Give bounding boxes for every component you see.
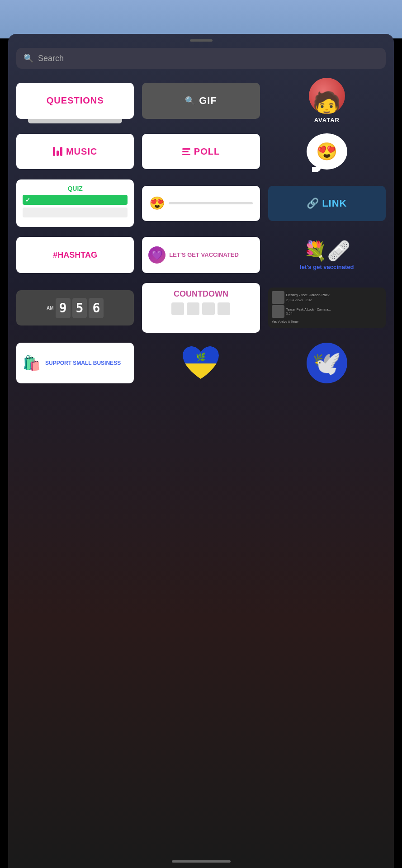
music-bars-icon	[53, 147, 62, 156]
svg-rect-0	[180, 363, 221, 383]
sticker-questions[interactable]: QUESTIONS	[16, 78, 134, 123]
link-label: LINK	[322, 198, 347, 209]
sticker-gif[interactable]: 🔍 GIF	[142, 78, 260, 123]
sticker-slider[interactable]: 😍	[142, 179, 260, 227]
sticker-time[interactable]: AM 9 5 6	[16, 283, 134, 333]
bottom-bar	[0, 854, 402, 868]
music-preview-content: Destiny - feat. Jordon Pack 2,904 views …	[272, 291, 382, 323]
time-flip-5: 5	[72, 298, 87, 318]
sticker-vaccinated-illustrated[interactable]: 💐🩹 let's get vaccinated	[268, 237, 386, 273]
sticker-music[interactable]: MUSIC	[16, 133, 134, 170]
slider-emoji: 😍	[149, 196, 165, 211]
ukraine-heart-icon: 🌿	[180, 343, 221, 383]
sticker-grid: QUESTIONS 🔍 GIF 🧑 AVATAR	[8, 78, 394, 383]
music-label: MUSIC	[66, 146, 97, 157]
sticker-ukraine-heart[interactable]: 🌿	[142, 343, 260, 383]
countdown-boxes	[171, 302, 230, 315]
sticker-poll[interactable]: POLL	[142, 133, 260, 170]
sheet-container: 🔍 Search QUESTIONS 🔍 GIF 🧑 AVATAR	[8, 34, 394, 868]
poll-label: POLL	[194, 146, 220, 157]
quiz-title: QUIZ	[23, 185, 128, 192]
sticker-countdown[interactable]: COUNTDOWN	[142, 283, 260, 333]
sticker-emoji-chat[interactable]: 😍	[268, 133, 386, 170]
vaccinated-label: LET'S GET VACCINATED	[169, 251, 239, 259]
peace-dove-icon: 🕊️	[307, 343, 347, 383]
emoji-chat-bubble: 😍	[307, 133, 347, 170]
sticker-hashtag[interactable]: #HASHTAG	[16, 237, 134, 273]
time-flip-6: 6	[89, 298, 104, 318]
gif-search-icon: 🔍	[185, 96, 195, 106]
sticker-peace-dove[interactable]: 🕊️	[268, 343, 386, 383]
avatar-label: AVATAR	[314, 117, 340, 123]
sticker-vaccinated[interactable]: 💜 LET'S GET VACCINATED	[142, 237, 260, 273]
poll-lines-icon	[182, 148, 190, 155]
gif-label: GIF	[199, 95, 217, 107]
hashtag-label: #HASHTAG	[53, 250, 97, 260]
search-input-placeholder: Search	[38, 54, 64, 63]
sticker-link[interactable]: 🔗 LINK	[268, 179, 386, 227]
search-bar[interactable]: 🔍 Search	[16, 48, 386, 69]
quiz-answer-bar-empty	[23, 208, 128, 217]
top-bar	[0, 0, 402, 38]
avatar-image: 🧑	[309, 78, 345, 114]
sticker-avatar[interactable]: 🧑 AVATAR	[268, 78, 386, 123]
shopping-bag-icon: 🛍️	[23, 354, 41, 372]
countdown-title: COUNTDOWN	[174, 289, 228, 299]
sticker-quiz[interactable]: QUIZ ✓	[16, 179, 134, 227]
sticker-music-preview[interactable]: Destiny - feat. Jordon Pack 2,904 views …	[268, 283, 386, 333]
vacc-illus-label: let's get vaccinated	[300, 264, 354, 271]
questions-label: QUESTIONS	[47, 95, 104, 106]
vaccinated-heart-icon: 💜	[148, 246, 166, 264]
search-icon: 🔍	[24, 53, 33, 63]
slider-track	[169, 202, 252, 204]
quiz-answer-bar-correct: ✓	[23, 195, 128, 205]
link-chain-icon: 🔗	[307, 198, 319, 209]
sticker-support-small-business[interactable]: 🛍️ SUPPORT SMALL BUSINESS	[16, 343, 134, 383]
time-ampm: AM	[47, 306, 54, 311]
time-flip-9: 9	[56, 298, 71, 318]
home-indicator[interactable]	[172, 860, 231, 863]
drag-handle[interactable]	[190, 39, 213, 42]
support-label: SUPPORT SMALL BUSINESS	[45, 360, 121, 366]
vacc-flower-bandaid-icon: 💐🩹	[303, 240, 350, 262]
svg-text:🌿: 🌿	[196, 352, 206, 362]
